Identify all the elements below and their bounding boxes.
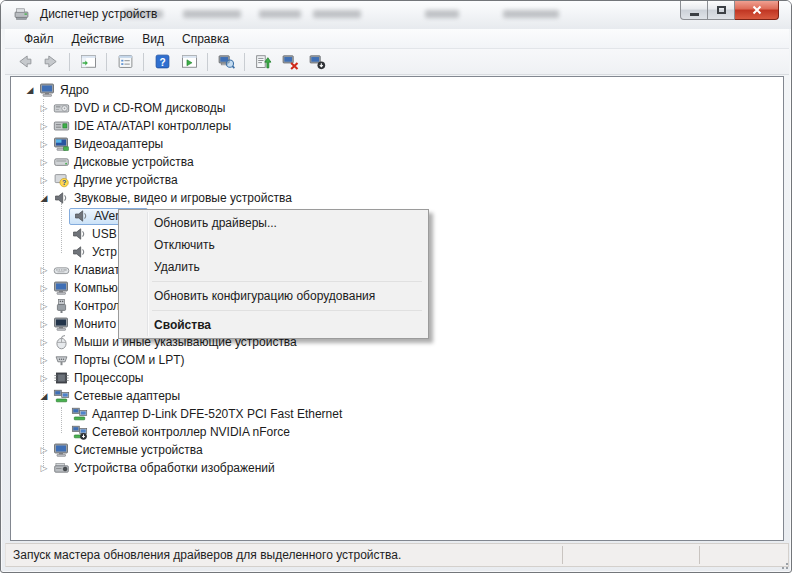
background-glass-smudge xyxy=(259,10,301,18)
back-button[interactable] xyxy=(11,51,37,73)
mouse-icon xyxy=(53,334,70,350)
cd-drive-icon xyxy=(53,100,70,116)
collapsed-triangle-icon[interactable]: ▷ xyxy=(37,117,51,135)
tree-item[interactable]: ◢ Сетевые адаптеры xyxy=(11,387,783,405)
network-adapter-icon xyxy=(71,406,88,422)
context-menu: Обновить драйверы... Отключить Удалить О… xyxy=(118,209,429,339)
collapsed-triangle-icon[interactable]: ▷ xyxy=(37,279,51,297)
uninstall-device-button[interactable] xyxy=(277,51,303,73)
tree-item[interactable]: Сетевой контроллер NVIDIA nForce xyxy=(11,423,783,441)
collapsed-triangle-icon[interactable]: ▷ xyxy=(37,441,51,459)
menu-item-update-drivers[interactable]: Обновить драйверы... xyxy=(121,212,426,234)
menu-item-properties[interactable]: Свойства xyxy=(121,314,426,336)
title-bar[interactable]: Диспетчер устройств xyxy=(1,1,791,29)
video-adapter-icon xyxy=(53,136,70,152)
tree-item-label: Видеоадаптеры xyxy=(74,137,163,151)
collapsed-triangle-icon[interactable]: ▷ xyxy=(37,261,51,279)
menu-action[interactable]: Действие xyxy=(63,30,134,48)
tree-item[interactable]: ◢ Звуковые, видео и игровые устройства xyxy=(11,189,783,207)
resize-grip[interactable] xyxy=(779,560,789,570)
show-hide-console-tree-icon xyxy=(80,53,97,70)
menu-view[interactable]: Вид xyxy=(133,30,173,48)
tree-item-label: Процессоры xyxy=(74,371,144,385)
expanded-triangle-icon[interactable]: ◢ xyxy=(37,189,51,207)
properties-icon xyxy=(117,53,134,70)
tree-item[interactable]: Адаптер D-Link DFE-520TX PCI Fast Ethern… xyxy=(11,405,783,423)
show-action-pane-button[interactable] xyxy=(176,51,202,73)
minimize-icon xyxy=(690,13,699,16)
speaker-icon xyxy=(53,190,70,206)
toolbar-separator xyxy=(207,53,208,71)
forward-icon xyxy=(43,53,60,70)
tree-item[interactable]: ▷ Устройства обработки изображений xyxy=(11,459,783,477)
tree-item-label: Другие устройства xyxy=(74,173,178,187)
show-hide-console-tree-button[interactable] xyxy=(75,51,101,73)
scan-hardware-changes-button[interactable] xyxy=(213,51,239,73)
tree-item-label: Сетевой контроллер NVIDIA nForce xyxy=(92,425,290,439)
tree-item[interactable]: ▷ DVD и CD-ROM дисководы xyxy=(11,99,783,117)
background-glass-smudge xyxy=(425,10,459,18)
unknown-device-icon xyxy=(53,172,70,188)
tree-item-label: Контрол xyxy=(74,299,120,313)
speaker-icon xyxy=(71,244,88,260)
tree-item-label: USB xyxy=(92,227,117,241)
maximize-button[interactable] xyxy=(708,1,735,20)
device-manager-app-icon xyxy=(13,6,30,22)
close-button[interactable] xyxy=(735,1,779,20)
tree-item[interactable]: ▷ Процессоры xyxy=(11,369,783,387)
collapsed-triangle-icon[interactable]: ▷ xyxy=(37,99,51,117)
expanded-triangle-icon[interactable]: ◢ xyxy=(23,81,37,99)
tree-item-label: Компью xyxy=(74,281,118,295)
tree-item[interactable]: ▷ Порты (COM и LPT) xyxy=(11,351,783,369)
properties-button[interactable] xyxy=(112,51,138,73)
tree-item-label: Монито xyxy=(74,317,116,331)
collapsed-triangle-icon[interactable]: ▷ xyxy=(37,459,51,477)
update-driver-button[interactable] xyxy=(250,51,276,73)
monitor-icon xyxy=(53,316,70,332)
forward-button[interactable] xyxy=(38,51,64,73)
computer-icon xyxy=(53,280,70,296)
collapsed-triangle-icon[interactable]: ▷ xyxy=(37,135,51,153)
menu-file[interactable]: Файл xyxy=(15,30,63,48)
toolbar-separator xyxy=(143,53,144,71)
tree-item-root[interactable]: ◢ Ядро xyxy=(11,81,783,99)
minimize-button[interactable] xyxy=(680,1,708,20)
tree-item-label: Устройства обработки изображений xyxy=(74,461,275,475)
tree-item-label: Устр xyxy=(92,245,117,259)
back-icon xyxy=(16,53,33,70)
maximize-icon xyxy=(717,6,726,14)
collapsed-triangle-icon[interactable]: ▷ xyxy=(37,333,51,351)
tree-item-label: Системные устройства xyxy=(74,443,203,457)
tree-item-label: Дисковые устройства xyxy=(74,155,194,169)
imaging-device-icon xyxy=(53,460,70,476)
network-adapter-icon xyxy=(53,388,70,404)
scan-hardware-changes-icon xyxy=(218,53,235,70)
collapsed-triangle-icon[interactable]: ▷ xyxy=(37,315,51,333)
tree-item[interactable]: ▷ Видеоадаптеры xyxy=(11,135,783,153)
tree-item[interactable]: ▷ Системные устройства xyxy=(11,441,783,459)
collapsed-triangle-icon[interactable]: ▷ xyxy=(37,369,51,387)
collapsed-triangle-icon[interactable]: ▷ xyxy=(37,351,51,369)
menu-item-disable[interactable]: Отключить xyxy=(121,234,426,256)
collapsed-triangle-icon[interactable]: ▷ xyxy=(37,297,51,315)
tree-item-label: AVer xyxy=(94,209,119,223)
status-text: Запуск мастера обновления драйверов для … xyxy=(13,548,401,562)
menu-help[interactable]: Справка xyxy=(173,30,238,48)
speaker-icon xyxy=(71,226,88,242)
collapsed-triangle-icon[interactable]: ▷ xyxy=(37,171,51,189)
expanded-triangle-icon[interactable]: ◢ xyxy=(37,387,51,405)
tree-item[interactable]: ▷ IDE ATA/ATAPI контроллеры xyxy=(11,117,783,135)
help-button[interactable] xyxy=(149,51,175,73)
collapsed-triangle-icon[interactable]: ▷ xyxy=(37,153,51,171)
background-glass-smudge xyxy=(313,10,361,18)
menu-item-uninstall[interactable]: Удалить xyxy=(121,256,426,278)
disk-drive-icon xyxy=(53,154,70,170)
tree-item-label: DVD и CD-ROM дисководы xyxy=(74,101,225,115)
menu-item-scan-hardware[interactable]: Обновить конфигурацию оборудования xyxy=(121,285,426,307)
toolbar-separator xyxy=(106,53,107,71)
tree-item[interactable]: ▷ Другие устройства xyxy=(11,171,783,189)
update-driver-icon xyxy=(255,53,272,70)
background-glass-smudge xyxy=(183,10,241,18)
disable-device-button[interactable] xyxy=(304,51,330,73)
tree-item[interactable]: ▷ Дисковые устройства xyxy=(11,153,783,171)
